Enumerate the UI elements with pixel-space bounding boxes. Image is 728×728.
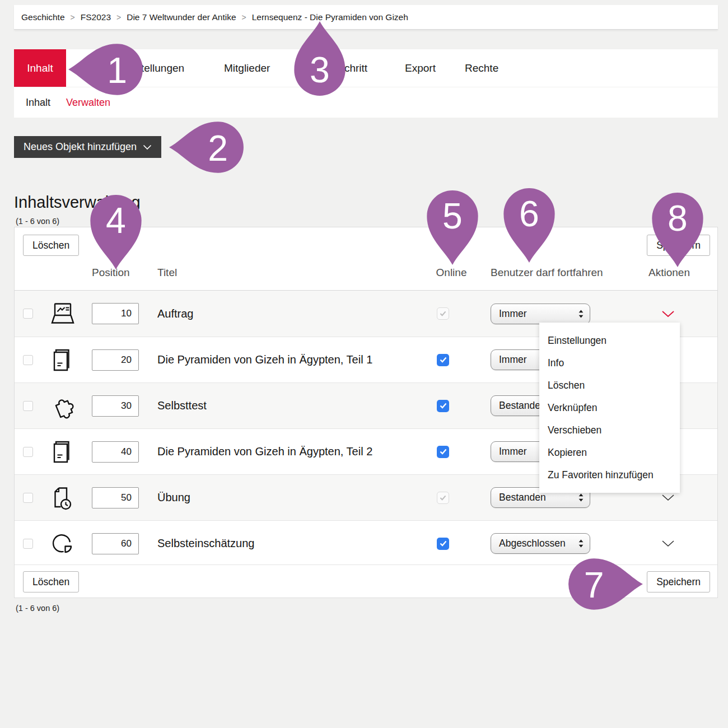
position-input[interactable] [92,533,139,554]
content-page-icon [50,302,92,325]
menu-item-loeschen[interactable]: Löschen [539,374,680,396]
exercise-icon [50,485,92,511]
select-arrows-icon [578,539,584,548]
online-checkbox[interactable] [437,354,449,366]
annotation-marker-2: 2 [168,118,245,176]
proceed-select-value: Immer [499,354,527,366]
row-title: Übung [155,491,421,504]
row-select-checkbox[interactable] [23,447,33,457]
tab-export[interactable]: Export [405,49,436,87]
column-online: Online [436,267,467,279]
online-checkbox[interactable] [437,400,449,412]
position-input[interactable] [92,395,139,417]
position-input[interactable] [92,441,139,463]
position-input[interactable] [92,487,139,508]
puzzle-icon [50,392,92,420]
column-proceed: Benutzer darf fortfahren [465,267,605,279]
page: Geschichte > FS2023 > Die 7 Weltwunder d… [0,0,728,728]
chevron-down-icon [143,144,152,150]
row-select-checkbox[interactable] [23,401,33,411]
row-title: Die Pyramiden von Gizeh in Ägypten, Teil… [155,353,421,366]
subtab-inhalt[interactable]: Inhalt [26,97,50,109]
tab-inhalt[interactable]: Inhalt [14,49,66,87]
online-checkbox[interactable] [437,492,449,504]
learning-module-icon [50,439,92,465]
table-row: Selbsteinschätzung Abgeschlossen [15,520,717,566]
menu-item-verschieben[interactable]: Verschieben [539,419,680,441]
delete-button-top[interactable]: Löschen [23,235,79,256]
table-header: Löschen Speichern Position Titel Online … [15,227,717,291]
breadcrumb: Geschichte > FS2023 > Die 7 Weltwunder d… [14,5,718,30]
actions-dropdown-menu: Einstellungen Info Löschen Verknüpfen Ve… [539,323,680,493]
online-checkbox[interactable] [437,307,449,320]
main-tabs: Inhalt Einstellungen Mitglieder Lernfort… [14,49,718,87]
add-object-button[interactable]: Neues Objekt hinzufügen [14,136,161,158]
proceed-select-value: Immer [499,308,527,320]
menu-item-info[interactable]: Info [539,352,680,374]
table-footer: Löschen Speichern [15,564,717,598]
survey-icon [50,531,92,557]
tab-rechte[interactable]: Rechte [465,49,498,87]
proceed-select-value: Bestanden [499,492,546,503]
save-button-top[interactable]: Speichern [647,235,710,256]
row-select-checkbox[interactable] [23,309,33,319]
result-count-top: (1 - 6 von 6) [16,217,59,226]
save-button-bottom[interactable]: Speichern [647,571,710,592]
breadcrumb-item[interactable]: Geschichte [21,12,65,22]
row-title: Auftrag [155,307,421,320]
add-object-label: Neues Objekt hinzufügen [24,141,137,153]
page-title: Inhaltsverwaltung [14,193,141,212]
row-title: Selbsttest [155,399,421,412]
breadcrumb-item[interactable]: Die 7 Weltwunder der Antike [127,12,236,22]
select-arrows-icon [578,310,584,318]
column-position: Position [92,267,155,279]
row-title: Selbsteinschätzung [155,537,421,550]
breadcrumb-item-current[interactable]: Lernsequenz - Die Pyramiden von Gizeh [252,12,408,22]
proceed-select-value: Abgeschlossen [499,538,566,549]
row-select-checkbox[interactable] [23,493,33,503]
select-arrows-icon [578,493,584,502]
column-title: Titel [155,267,421,279]
subtab-verwalten[interactable]: Verwalten [66,97,110,109]
menu-item-verknuepfen[interactable]: Verknüpfen [539,396,680,419]
breadcrumb-separator: > [242,13,246,22]
breadcrumb-item[interactable]: FS2023 [81,12,111,22]
breadcrumb-separator: > [71,13,75,22]
column-actions: Aktionen [648,267,690,279]
breadcrumb-separator: > [116,13,121,22]
tab-lernfortschritt[interactable]: Lernfortschritt [302,49,367,87]
result-count-bottom: (1 - 6 von 6) [16,604,59,613]
menu-item-kopieren[interactable]: Kopieren [539,441,680,464]
online-checkbox[interactable] [437,538,449,550]
proceed-select[interactable]: Immer [491,304,590,324]
learning-module-icon [50,347,92,373]
svg-text:2: 2 [208,128,228,169]
menu-item-einstellungen[interactable]: Einstellungen [539,329,680,352]
column-header-row: Position Titel Online Benutzer darf fort… [15,255,717,290]
tab-mitglieder[interactable]: Mitglieder [224,49,270,87]
delete-button-bottom[interactable]: Löschen [23,571,79,592]
proceed-select[interactable]: Abgeschlossen [491,533,590,554]
row-title: Die Pyramiden von Gizeh in Ägypten, Teil… [155,445,421,458]
position-input[interactable] [92,303,139,324]
sub-tabs: Inhalt Verwalten [14,87,718,118]
actions-chevron-icon[interactable] [661,540,675,547]
actions-chevron-icon[interactable] [661,494,675,501]
row-select-checkbox[interactable] [23,539,33,549]
row-select-checkbox[interactable] [23,355,33,365]
actions-chevron-icon[interactable] [661,310,675,318]
online-checkbox[interactable] [437,446,449,458]
position-input[interactable] [92,349,139,371]
proceed-select-value: Immer [499,446,527,458]
tab-einstellungen[interactable]: Einstellungen [120,49,184,87]
menu-item-zu-favoriten[interactable]: Zu Favoriten hinzufügen [539,464,680,486]
